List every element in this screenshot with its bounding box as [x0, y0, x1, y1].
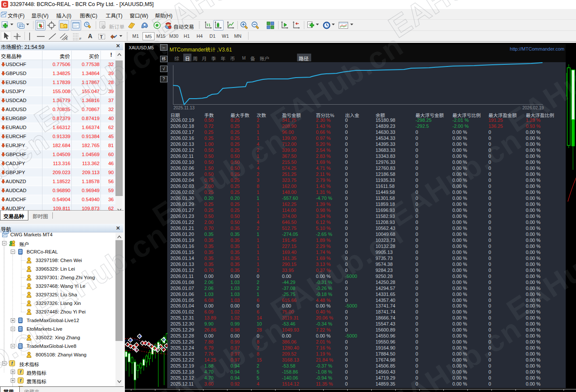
svg-text:C: C [3, 2, 7, 8]
svg-text:T: T [100, 35, 103, 39]
svg-text:E: E [66, 37, 68, 40]
svg-text:F: F [79, 37, 82, 40]
